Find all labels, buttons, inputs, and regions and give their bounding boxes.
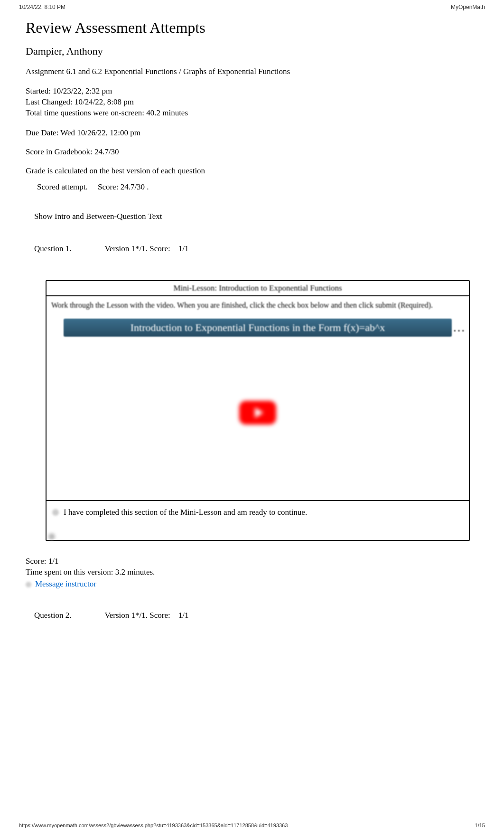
message-icon: [26, 582, 31, 587]
footer-url: https://www.myopenmath.com/assess2/gbvie…: [19, 823, 288, 828]
footer-page: 1/15: [475, 823, 485, 828]
video-wrap: Introduction to Exponential Functions in…: [47, 314, 469, 500]
video-title: Introduction to Exponential Functions in…: [131, 321, 385, 333]
page-title: Review Assessment Attempts: [26, 19, 478, 37]
total-time-line: Total time questions were on-screen: 40.…: [26, 108, 478, 119]
last-changed-line: Last Changed: 10/24/22, 8:08 pm: [26, 97, 478, 108]
video-title-bar: Introduction to Exponential Functions in…: [64, 319, 452, 337]
print-footer: https://www.myopenmath.com/assess2/gbvie…: [19, 823, 485, 828]
message-instructor-label: Message instructor: [35, 579, 96, 590]
print-header: 10/24/22, 8:10 PM MyOpenMath: [0, 0, 504, 14]
question-2-bar: Question 2. Version 1*/1. Score: 1/1: [26, 603, 478, 628]
meta-block: Started: 10/23/22, 2:32 pm Last Changed:…: [26, 86, 478, 119]
completion-checkbox-row: I have completed this section of the Min…: [47, 500, 469, 531]
main-content: Review Assessment Attempts Dampier, Anth…: [0, 19, 504, 800]
grade-calc: Grade is calculated on the best version …: [26, 166, 478, 176]
youtube-play-icon[interactable]: [239, 401, 276, 425]
scored-attempt-label: Scored attempt.: [37, 182, 88, 191]
checkbox-icon[interactable]: [52, 509, 59, 516]
mini-lesson-desc: Work through the Lesson with the video. …: [47, 296, 469, 314]
question-1-version-badge[interactable]: Version 1*/1. Score: 1/1: [100, 242, 193, 255]
question-2-label: Question 2.: [34, 611, 71, 620]
show-intro-button[interactable]: Show Intro and Between-Question Text: [26, 207, 171, 226]
mini-lesson-title: Mini-Lesson: Introduction to Exponential…: [47, 282, 468, 294]
due-date: Due Date: Wed 10/26/22, 12:00 pm: [26, 128, 478, 138]
mini-lesson-box: Mini-Lesson: Introduction to Exponential…: [46, 280, 470, 541]
print-site: MyOpenMath: [451, 4, 485, 10]
started-line: Started: 10/23/22, 2:32 pm: [26, 86, 478, 97]
ellipsis-icon: …: [453, 321, 465, 335]
question-1-bar: Question 1. Version 1*/1. Score: 1/1: [26, 236, 478, 261]
question-1-result-score: Score: 1/1: [26, 556, 478, 567]
question-2-bar-score: 1/1: [178, 611, 189, 620]
question-2-body: [37, 638, 478, 790]
corner-icon: [48, 533, 55, 540]
question-2-version: Version 1*/1. Score:: [104, 611, 170, 620]
message-instructor-link[interactable]: Message instructor: [26, 579, 96, 590]
scored-attempt-score: Score: 24.7/30 .: [98, 182, 149, 191]
student-name: Dampier, Anthony: [26, 45, 478, 57]
gradebook-score: Score in Gradebook: 24.7/30: [26, 147, 478, 157]
question-2-version-badge[interactable]: Version 1*/1. Score: 1/1: [100, 609, 193, 622]
question-1-time-spent: Time spent on this version: 3.2 minutes.: [26, 567, 478, 578]
question-1-bar-score: 1/1: [178, 244, 189, 253]
checkbox-label: I have completed this section of the Min…: [64, 508, 307, 517]
scored-attempt-button[interactable]: Scored attempt. Score: 24.7/30 .: [29, 179, 157, 196]
question-1-score-block: Score: 1/1 Time spent on this version: 3…: [26, 556, 478, 590]
question-1-body: Mini-Lesson: Introduction to Exponential…: [37, 272, 478, 550]
video-player[interactable]: [64, 337, 452, 489]
assignment-name: Assignment 6.1 and 6.2 Exponential Funct…: [26, 67, 478, 76]
question-1-version: Version 1*/1. Score:: [104, 244, 170, 253]
question-1-label: Question 1.: [34, 244, 71, 254]
print-datetime: 10/24/22, 8:10 PM: [19, 4, 65, 10]
